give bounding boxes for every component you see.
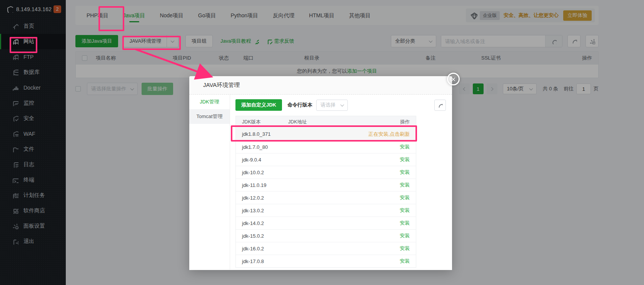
modal-side-tabs: JDK管理 Tomcat管理 [189,95,230,270]
install-link[interactable]: 安装 [400,245,410,252]
jdk-row: jdk-10.0.2安装 [236,166,416,178]
java-env-modal: JAVA环境管理 JDK管理 Tomcat管理 添加自定义JDK 命令行版本 请… [189,76,452,270]
installing-status-link[interactable]: 正在安装,点击刷新 [368,131,410,138]
install-link[interactable]: 安装 [400,169,410,176]
modal-header: JAVA环境管理 [189,76,452,95]
modal-close-button[interactable]: × [447,73,460,85]
jdk-row: jdk-15.0.2安装 [236,229,416,242]
jdk-row: jdk-17.0.8安装 [236,255,416,267]
jdk-row: jdk-16.0.2安装 [236,242,416,255]
jdk-row: jdk-12.0.2安装 [236,191,416,204]
refresh-icon [437,103,443,108]
cli-version-select[interactable]: 请选择 [316,100,348,111]
header-jdk-version: JDK版本 [242,119,288,125]
app-screen: 8.149.143.162 2 首页 网站 FTP 数据库 Docker 监控 … [0,0,644,285]
install-link[interactable]: 安装 [400,258,410,265]
tab-jdk-manage[interactable]: JDK管理 [189,95,230,109]
install-link[interactable]: 安装 [400,143,410,150]
jdk-table: JDK版本 JDK地址 操作 jdk1.8.0_371正在安装,点击刷新 jdk… [235,116,416,268]
jdk-row: jdk-11.0.19安装 [236,178,416,191]
jdk-row: jdk-13.0.2安装 [236,204,416,217]
install-link[interactable]: 安装 [400,232,410,239]
jdk-table-header: JDK版本 JDK地址 操作 [236,116,416,128]
install-link[interactable]: 安装 [400,207,410,214]
jdk-list-refresh-button[interactable] [434,100,446,111]
header-jdk-address: JDK地址 [288,119,400,125]
modal-title: JAVA环境管理 [203,82,240,89]
install-link[interactable]: 安装 [400,220,410,227]
jdk-row: jdk-14.0.2安装 [236,217,416,229]
modal-body: JDK管理 Tomcat管理 添加自定义JDK 命令行版本 请选择 J [189,95,452,270]
add-custom-jdk-button[interactable]: 添加自定义JDK [235,99,282,111]
install-link[interactable]: 安装 [400,182,410,188]
jdk-row: jdk-9.0.4安装 [236,153,416,166]
header-jdk-actions: 操作 [400,119,410,125]
chevron-down-icon [340,103,344,107]
install-link[interactable]: 安装 [400,194,410,201]
jdk-row: jdk1.7.0_80安装 [236,140,416,153]
cli-version-label: 命令行版本 [287,102,312,108]
jdk-row: jdk1.8.0_371正在安装,点击刷新 [236,128,416,140]
jdk-manage-panel: 添加自定义JDK 命令行版本 请选择 JDK版本 JDK地址 操作 [230,95,452,270]
tab-tomcat-manage[interactable]: Tomcat管理 [189,109,230,124]
install-link[interactable]: 安装 [400,156,410,163]
